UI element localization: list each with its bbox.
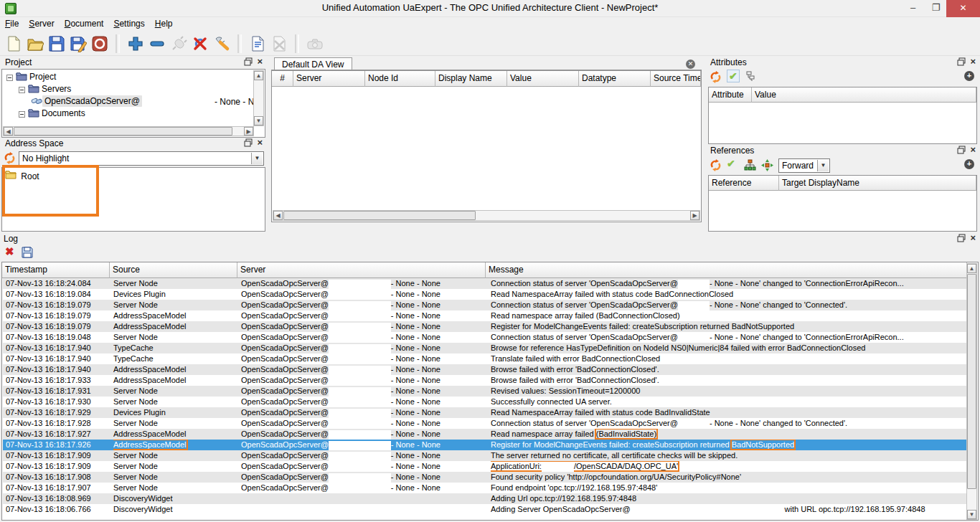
ref-header-reference[interactable]: Reference	[709, 176, 779, 191]
log-row[interactable]: 07-Nov-13 16:18:17.931Server NodeOpenSca…	[3, 386, 969, 397]
log-row[interactable]: 07-Nov-13 16:18:19.048Server NodeOpenSca…	[3, 332, 969, 343]
log-vscrollbar[interactable]: ▲ ▼	[966, 263, 977, 520]
attribute-hierarchy-icon[interactable]	[745, 71, 757, 85]
log-row[interactable]: 07-Nov-13 16:18:19.079AddressSpaceModelO…	[3, 310, 969, 321]
log-row[interactable]: 07-Nov-13 16:18:17.909Server NodeOpenSca…	[3, 450, 969, 461]
addressspace-float-icon[interactable]	[244, 138, 253, 148]
remove-server-icon[interactable]	[146, 33, 168, 54]
add-server-icon[interactable]	[125, 33, 146, 54]
log-row[interactable]: 07-Nov-13 16:18:17.930Server NodeOpenSca…	[3, 397, 969, 407]
log-row[interactable]: 07-Nov-13 16:18:19.084Devices PluginOpen…	[3, 289, 969, 300]
da-hscrollbar[interactable]: ◀ ▶	[273, 210, 700, 221]
da-header-nodeid[interactable]: Node Id	[365, 71, 435, 87]
attr-header-value[interactable]: Value	[752, 87, 976, 103]
scroll-down-icon[interactable]: ▼	[967, 510, 976, 519]
new-document-icon[interactable]	[3, 33, 24, 54]
expand-options-plus-icon[interactable]: +	[964, 71, 974, 81]
menu-item-document[interactable]: Document	[60, 17, 109, 32]
browse-directions-icon[interactable]	[761, 159, 773, 174]
log-row[interactable]: 07-Nov-13 16:18:08.969DiscoveryWidgetAdd…	[3, 493, 969, 504]
log-row[interactable]: 07-Nov-13 16:18:17.927AddressSpaceModelO…	[3, 429, 969, 440]
log-row[interactable]: 07-Nov-13 16:18:17.940AddressSpaceModelO…	[3, 364, 969, 375]
log-header-timestamp[interactable]: Timestamp	[2, 262, 110, 278]
menu-item-server[interactable]: Server	[24, 17, 59, 32]
da-header-sourcetime[interactable]: Source Time	[651, 71, 701, 87]
disconnect-icon[interactable]	[189, 33, 211, 54]
scroll-up-icon[interactable]: ▲	[254, 71, 263, 80]
refresh-icon[interactable]	[4, 152, 16, 166]
log-row[interactable]: 07-Nov-13 16:18:19.079AddressSpaceModelO…	[3, 321, 969, 332]
tab-close-icon[interactable]: ✕	[686, 60, 695, 69]
da-header-value[interactable]: Value	[507, 71, 579, 87]
quit-icon[interactable]	[89, 33, 110, 54]
chevron-down-icon[interactable]: ▼	[251, 153, 263, 164]
restore-button[interactable]: ❐	[925, 0, 946, 17]
log-row[interactable]: 07-Nov-13 16:18:17.940TypeCacheOpenScada…	[3, 343, 969, 353]
clear-log-icon[interactable]: ✖	[5, 246, 14, 257]
save-project-as-icon[interactable]	[67, 33, 89, 54]
save-log-icon[interactable]	[22, 247, 33, 260]
log-row[interactable]: 07-Nov-13 16:18:17.907Server NodeOpenSca…	[3, 483, 969, 493]
tree-expander-icon[interactable]	[19, 111, 25, 118]
minimize-button[interactable]: –	[903, 0, 923, 17]
close-button[interactable]: ✕	[946, 0, 980, 17]
direction-combo[interactable]: Forward ▼	[778, 158, 830, 173]
auto-update-check-icon[interactable]: ✔	[727, 158, 735, 169]
log-row[interactable]: 07-Nov-13 16:18:17.929Devices PluginOpen…	[3, 407, 969, 418]
menu-item-settings[interactable]: Settings	[108, 17, 149, 32]
project-close-icon[interactable]: ×	[257, 57, 263, 67]
references-close-icon[interactable]: ×	[970, 146, 976, 156]
log-row[interactable]: 07-Nov-13 16:18:06.766DiscoveryWidgetAdd…	[3, 504, 969, 515]
scroll-right-icon[interactable]: ▶	[244, 127, 253, 136]
auto-update-check-icon[interactable]: ✔	[727, 70, 740, 82]
da-header-server[interactable]: Server	[293, 71, 365, 87]
project-hscrollbar[interactable]: ◀ ▶	[3, 126, 254, 136]
hierarchy-tree-icon[interactable]	[744, 159, 756, 174]
references-float-icon[interactable]	[957, 146, 966, 156]
scroll-thumb[interactable]	[967, 274, 976, 489]
expand-options-plus-icon[interactable]: +	[964, 159, 974, 169]
tab-default-da-view[interactable]: Default DA View	[274, 57, 352, 70]
menu-item-file[interactable]: File	[0, 17, 24, 32]
save-project-icon[interactable]	[46, 33, 67, 54]
attributes-close-icon[interactable]: ×	[970, 57, 976, 67]
log-close-icon[interactable]: ×	[970, 234, 976, 244]
log-row[interactable]: 07-Nov-13 16:18:17.928Server NodeOpenSca…	[3, 418, 969, 429]
tree-item-project[interactable]: Project	[6, 72, 58, 84]
tree-item-servers[interactable]: Servers	[19, 84, 73, 96]
da-header-#[interactable]: #	[272, 71, 293, 87]
attr-header-attribute[interactable]: Attribute	[709, 87, 752, 103]
ref-header-targetdisplayname[interactable]: Target DisplayName	[779, 176, 976, 191]
tree-item-openscadaopcserver[interactable]: OpenScadaOpcServer@	[31, 96, 142, 108]
scroll-down-icon[interactable]: ▼	[254, 116, 263, 125]
log-row[interactable]: 07-Nov-13 16:18:24.084Server NodeOpenSca…	[3, 278, 969, 289]
scroll-left-icon[interactable]: ◀	[4, 127, 13, 136]
log-float-icon[interactable]	[957, 234, 966, 244]
menu-item-help[interactable]: Help	[150, 17, 178, 32]
project-vscrollbar[interactable]: ▲ ▼	[253, 70, 264, 126]
refresh-icon[interactable]	[710, 159, 722, 174]
log-header-server[interactable]: Server	[237, 262, 486, 278]
tree-expander-icon[interactable]	[6, 75, 13, 81]
da-header-displayname[interactable]: Display Name	[435, 71, 507, 87]
log-row[interactable]: 07-Nov-13 16:18:17.908Server NodeOpenSca…	[3, 472, 969, 483]
scroll-right-icon[interactable]: ▶	[690, 211, 699, 220]
scroll-thumb[interactable]	[14, 127, 232, 136]
attributes-float-icon[interactable]	[957, 57, 966, 67]
log-row[interactable]: 07-Nov-13 16:18:17.909Server NodeOpenSca…	[3, 461, 969, 472]
scroll-thumb[interactable]	[283, 211, 476, 220]
scroll-up-icon[interactable]: ▲	[967, 264, 976, 273]
tree-expander-icon[interactable]	[19, 87, 25, 93]
addressspace-close-icon[interactable]: ×	[257, 138, 263, 148]
server-properties-wrench-icon[interactable]	[211, 33, 232, 54]
log-row[interactable]: 07-Nov-13 16:18:17.933AddressSpaceModelO…	[3, 375, 969, 386]
scroll-left-icon[interactable]: ◀	[273, 211, 283, 220]
log-row[interactable]: 07-Nov-13 16:18:19.079Server NodeOpenSca…	[3, 300, 969, 310]
project-float-icon[interactable]	[244, 57, 253, 67]
log-row[interactable]: 07-Nov-13 16:18:17.926AddressSpaceModelO…	[3, 440, 969, 450]
da-header-datatype[interactable]: Datatype	[579, 71, 651, 87]
highlight-combo[interactable]: No Highlight ▼	[19, 151, 264, 166]
refresh-icon[interactable]	[710, 71, 722, 85]
add-document-icon[interactable]	[247, 33, 268, 54]
chevron-down-icon[interactable]: ▼	[817, 160, 829, 171]
